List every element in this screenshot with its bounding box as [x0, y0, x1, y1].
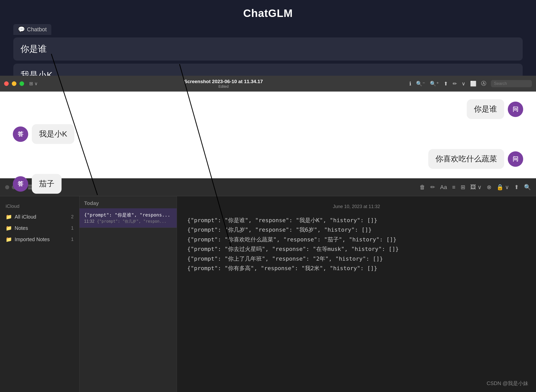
notes-list-section: Today [80, 196, 177, 208]
notes-delete-icon[interactable]: 🗑 [420, 184, 425, 191]
preview-search-input[interactable] [491, 80, 532, 87]
chatbot-icon: 💬 [18, 26, 25, 33]
app-title: ChatGLM [0, 0, 536, 24]
chatglm-app: ChatGLM 💬 Chatbot 你是谁 我是小K [0, 0, 536, 76]
sidebar-all-icloud-count: 2 [71, 214, 74, 220]
notes-table-icon[interactable]: ⊞ [461, 184, 465, 191]
sidebar-imported-label: Imported Notes [15, 237, 50, 242]
folder-icon-2: 📁 [6, 225, 12, 231]
notes-list-item-time: 11:32 [84, 219, 94, 224]
notes-toolbar: ☰ ⊞ 🗑 ✏ Aa ≡ ⊞ 🖼 ∨ ⊗ 🔒 ∨ ⬆ 🔍 [0, 178, 536, 196]
share-icon[interactable]: ⬆ [444, 81, 448, 87]
preview-title-block: Screenshot 2023-06-10 at 11.34.17 Edited [41, 79, 406, 89]
notes-list-item-title: {"prompt": "你是谁", "respons... [84, 212, 172, 218]
notes-body: iCloud 📁 All iCloud 2 📁 Notes 1 📁 Import… [0, 196, 536, 392]
preview-assistant-bubble-1: 我是小K [32, 124, 74, 144]
chatbot-tab-label: Chatbot [27, 26, 47, 33]
notes-lock-icon[interactable]: 🔒 ∨ [497, 184, 509, 191]
sidebar-item-imported-left: 📁 Imported Notes [6, 236, 50, 242]
sidebar-imported-count: 1 [71, 237, 74, 242]
a-icon[interactable]: Ⓐ [481, 80, 486, 87]
folder-icon-3: 📁 [6, 236, 12, 242]
preview-msg-right-2: 你喜欢吃什么蔬菜 问 [428, 149, 523, 169]
notes-edit-icon[interactable]: ✏ [430, 184, 435, 191]
preview-user-avatar-1: 问 [508, 102, 523, 117]
preview-title-main: Screenshot 2023-06-10 at 11.34.17 [41, 79, 406, 84]
info-icon[interactable]: ℹ [409, 81, 411, 87]
notes-format-icon[interactable]: ≡ [452, 184, 455, 191]
preview-user-avatar-2: 问 [508, 151, 523, 167]
pencil-icon[interactable]: ✏ [453, 81, 457, 87]
preview-msg-right-1: 你是谁 问 [467, 99, 523, 119]
notes-detail: June 10, 2023 at 11:32 {"prompt": "你是谁",… [177, 196, 536, 392]
notes-detail-date: June 10, 2023 at 11:32 [187, 204, 526, 209]
notes-search-icon[interactable]: 🔍 [524, 184, 531, 191]
notes-export-icon[interactable]: ⬆ [514, 184, 519, 191]
notes-dot-1 [5, 185, 9, 189]
traffic-light-yellow[interactable] [12, 81, 16, 86]
sidebar-notes-label: Notes [15, 225, 28, 231]
chatbot-tab[interactable]: 💬 Chatbot [13, 24, 51, 35]
sidebar-item-notes-left: 📁 Notes [6, 225, 28, 231]
zoom-in-icon[interactable]: 🔍⁺ [430, 81, 439, 87]
preview-user-bubble-1: 你是谁 [467, 99, 504, 119]
sidebar-item-notes[interactable]: 📁 Notes 1 [0, 222, 79, 234]
preview-titlebar: ⊞ ∨ Screenshot 2023-06-10 at 11.34.17 Ed… [0, 76, 536, 92]
notes-sidebar-header: iCloud [0, 201, 79, 211]
notes-list-item-meta: 11:32 {"prompt": "你几岁", "respon... [84, 219, 172, 224]
sidebar-notes-count: 1 [71, 226, 74, 231]
folder-icon-1: 📁 [6, 214, 12, 220]
traffic-light-red[interactable] [4, 81, 9, 86]
notes-app: ☰ ⊞ 🗑 ✏ Aa ≡ ⊞ 🖼 ∨ ⊗ 🔒 ∨ ⬆ 🔍 iCloud 📁 Al… [0, 178, 536, 392]
sidebar-item-all-icloud[interactable]: 📁 All iCloud 2 [0, 211, 79, 222]
preview-msg-left-1: 答 我是小K [13, 124, 74, 144]
preview-assistant-avatar-2: 答 [13, 176, 28, 192]
notes-media-icon[interactable]: 🖼 ∨ [470, 184, 482, 191]
zoom-out-icon[interactable]: 🔍⁻ [416, 81, 425, 87]
preview-content: 你是谁 问 答 我是小K 你喜欢吃什么蔬菜 问 答 茄子 [0, 92, 536, 178]
sidebar-toggle-icon[interactable]: ⊞ ∨ [29, 81, 38, 86]
preview-msg-left-2: 答 茄子 [13, 174, 62, 194]
notes-list: Today {"prompt": "你是谁", "respons... 11:3… [80, 196, 177, 392]
sidebar-all-icloud-label: All iCloud [15, 214, 36, 220]
preview-user-bubble-2: 你喜欢吃什么蔬菜 [428, 149, 504, 169]
preview-window: ⊞ ∨ Screenshot 2023-06-10 at 11.34.17 Ed… [0, 76, 536, 178]
more-icon[interactable]: ∨ [462, 81, 465, 87]
notes-list-item-1[interactable]: {"prompt": "你是谁", "respons... 11:32 {"pr… [80, 208, 177, 228]
traffic-light-green[interactable] [19, 81, 24, 86]
watermark: CSDN @我是小妹 [487, 380, 528, 387]
notes-detail-content: {"prompt": "你是谁", "response": "我是小K", "h… [187, 215, 526, 273]
preview-assistant-bubble-2: 茄子 [32, 174, 62, 194]
resize-icon[interactable]: ⬜ [470, 81, 477, 87]
notes-share-icon[interactable]: ⊗ [487, 184, 491, 191]
sidebar-item-all-icloud-left: 📁 All iCloud [6, 214, 36, 220]
preview-assistant-avatar-1: 答 [13, 126, 28, 142]
notes-sidebar: iCloud 📁 All iCloud 2 📁 Notes 1 📁 Import… [0, 196, 80, 392]
notes-list-item-preview: {"prompt": "你几岁", "respon... [97, 219, 166, 224]
sidebar-item-imported-notes[interactable]: 📁 Imported Notes 1 [0, 234, 79, 245]
preview-toolbar-icons: ℹ 🔍⁻ 🔍⁺ ⬆ ✏ ∨ ⬜ Ⓐ [409, 80, 532, 87]
user-bubble-1: 你是谁 [13, 37, 523, 61]
notes-font-icon[interactable]: Aa [440, 184, 447, 191]
preview-title-sub: Edited [41, 84, 406, 89]
